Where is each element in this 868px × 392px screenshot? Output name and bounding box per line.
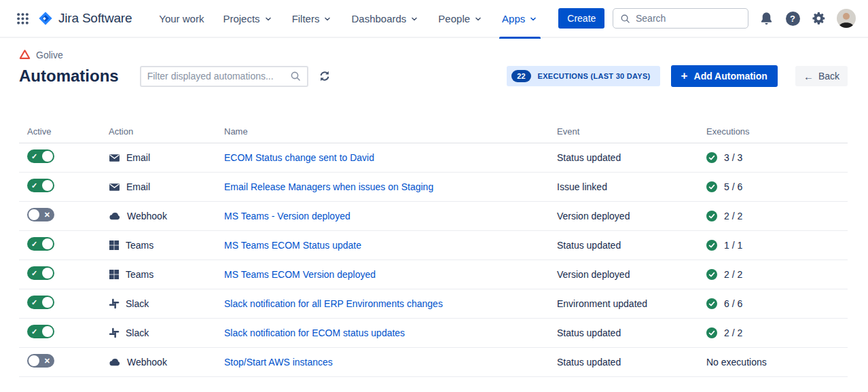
success-icon [706, 181, 717, 192]
action-label: Email [126, 181, 150, 192]
check-icon: ✓ [31, 240, 37, 248]
table-row: ✓SlackSlack notification for ECOM status… [19, 319, 848, 348]
settings-gear-icon[interactable] [810, 10, 828, 27]
event-label: Status updated [557, 152, 706, 163]
nav-item-filters[interactable]: Filters [283, 0, 342, 37]
brand-name: Jira Software [58, 11, 132, 26]
active-cell: ✓ [19, 325, 109, 341]
automation-name-link[interactable]: Slack notification for ECOM status updat… [224, 327, 405, 338]
active-cell: ✓ [19, 149, 109, 166]
column-header-active: Active [19, 126, 109, 137]
name-cell: Slack notification for all ERP Environme… [224, 298, 557, 310]
automation-name-link[interactable]: MS Teams ECOM Status update [224, 240, 361, 251]
filter-search-icon [290, 71, 301, 82]
event-label: Status updated [557, 240, 706, 251]
notifications-bell-icon[interactable] [757, 10, 775, 27]
app-switcher-icon[interactable] [14, 10, 31, 27]
help-icon[interactable]: ? [784, 10, 801, 27]
global-search[interactable] [613, 8, 748, 29]
event-label: Status updated [557, 327, 706, 338]
automation-name-link[interactable]: Slack notification for all ERP Environme… [224, 298, 443, 309]
back-button[interactable]: ← Back [795, 66, 848, 86]
chevron-down-icon [473, 14, 483, 24]
breadcrumb[interactable]: Golive [19, 49, 848, 60]
active-toggle[interactable]: ✓ [27, 149, 54, 163]
executions-cell: 3 / 3 [706, 152, 848, 163]
chevron-down-icon [410, 14, 419, 24]
check-icon: ✓ [31, 182, 37, 190]
nav-item-dashboards[interactable]: Dashboards [342, 0, 429, 37]
active-cell: ✓ [19, 237, 109, 253]
toggle-knob [29, 355, 39, 366]
create-button[interactable]: Create [558, 8, 604, 29]
table-row: ✓SlackSlack notification for all ERP Env… [19, 289, 848, 319]
user-avatar[interactable] [837, 9, 856, 28]
action-label: Teams [126, 269, 153, 280]
back-label: Back [818, 71, 839, 82]
executions-value: 6 / 6 [724, 298, 742, 309]
table-row: ✓EmailEmail Release Managers when issues… [19, 173, 848, 202]
action-label: Webhook [127, 211, 167, 221]
active-cell: ✕ [19, 354, 109, 370]
nav-item-label: Apps [502, 13, 525, 24]
active-cell: ✓ [19, 266, 109, 283]
executions-summary-button[interactable]: 22 EXECUTIONS (LAST 30 DAYS) [507, 66, 659, 86]
slack-icon [109, 327, 120, 338]
column-header-event: Event [557, 126, 706, 137]
toolbar: Automations 22 EXECUTIONS (LAST 30 DAYS) [19, 65, 848, 87]
topbar-right: ? [613, 8, 856, 29]
success-icon [706, 152, 717, 163]
executions-cell: 1 / 1 [706, 240, 848, 251]
name-cell: Slack notification for ECOM status updat… [224, 327, 557, 339]
table-row: ✕WebhookStop/Start AWS instancesStatus u… [19, 348, 848, 377]
refresh-icon[interactable] [319, 70, 331, 82]
success-icon [706, 240, 717, 251]
nav-item-people[interactable]: People [429, 0, 492, 37]
active-toggle[interactable]: ✕ [27, 208, 54, 221]
active-toggle[interactable]: ✕ [27, 354, 54, 368]
success-icon [706, 327, 717, 338]
add-automation-button[interactable]: + Add Automation [671, 65, 778, 87]
executions-cell: 2 / 2 [706, 269, 848, 280]
chevron-down-icon [528, 14, 538, 24]
action-cell: Teams [109, 240, 224, 251]
action-cell: Webhook [109, 210, 224, 222]
active-toggle[interactable]: ✓ [27, 325, 54, 338]
active-toggle[interactable]: ✓ [27, 296, 54, 309]
jira-logo[interactable]: Jira Software [38, 11, 132, 26]
cross-icon: ✕ [44, 357, 50, 365]
event-label: Version deployed [557, 269, 706, 280]
nav-item-your-work[interactable]: Your work [149, 0, 213, 37]
nav-item-apps[interactable]: Apps [492, 0, 547, 37]
automation-name-link[interactable]: Email Release Managers when issues on St… [224, 181, 433, 192]
column-header-executions: Executions [706, 126, 848, 137]
search-input[interactable] [636, 13, 741, 24]
action-cell: Email [109, 152, 224, 164]
filter-box[interactable] [140, 66, 308, 87]
column-header-action: Action [109, 126, 224, 137]
automation-name-link[interactable]: Stop/Start AWS instances [224, 357, 333, 368]
table-body: ✓EmailECOM Status change sent to DavidSt… [19, 143, 848, 377]
active-toggle[interactable]: ✓ [27, 237, 54, 251]
success-icon [706, 298, 717, 309]
chevron-down-icon [323, 14, 332, 24]
email-icon [109, 181, 120, 193]
add-automation-label: Add Automation [694, 71, 767, 82]
automation-name-link[interactable]: ECOM Status change sent to David [224, 152, 374, 163]
automation-name-link[interactable]: MS Teams - Version deployed [224, 211, 350, 221]
nav-item-projects[interactable]: Projects [213, 0, 282, 37]
active-toggle[interactable]: ✓ [27, 179, 54, 192]
executions-value: 2 / 2 [724, 211, 742, 221]
executions-label: EXECUTIONS (LAST 30 DAYS) [538, 72, 651, 80]
jira-diamond-icon [38, 11, 53, 26]
active-toggle[interactable]: ✓ [27, 266, 54, 280]
active-cell: ✓ [19, 179, 109, 195]
check-icon: ✓ [31, 153, 37, 160]
automation-name-link[interactable]: MS Teams ECOM Version deployed [224, 269, 376, 280]
executions-cell: 2 / 2 [706, 211, 848, 221]
action-cell: Slack [109, 327, 224, 338]
automations-table: ActiveActionNameEventExecutions ✓EmailEC… [19, 126, 848, 377]
filter-input[interactable] [147, 71, 290, 82]
cross-icon: ✕ [44, 211, 50, 219]
action-label: Webhook [127, 357, 167, 368]
